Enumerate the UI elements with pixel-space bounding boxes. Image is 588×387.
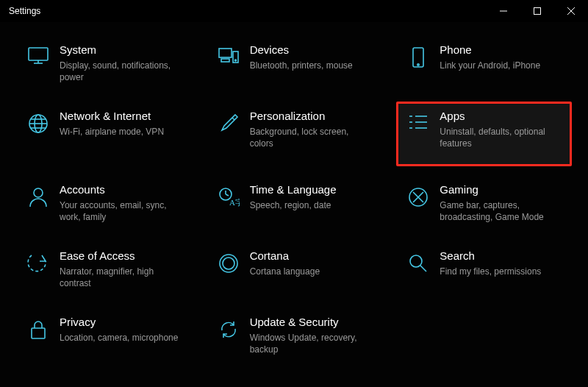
window-controls	[487, 0, 588, 22]
phone-icon	[400, 43, 437, 68]
category-desc: Background, lock screen, colors	[250, 126, 373, 149]
paintbrush-icon	[210, 110, 247, 133]
category-desc: Windows Update, recovery, backup	[250, 332, 373, 355]
svg-point-33	[410, 255, 422, 267]
category-desc: Game bar, captures, broadcasting, Game M…	[440, 199, 562, 223]
svg-point-32	[223, 258, 234, 269]
category-title: Ease of Access	[60, 249, 182, 263]
category-gaming[interactable]: Gaming Game bar, captures, broadcasting,…	[396, 175, 572, 232]
svg-rect-7	[219, 49, 232, 57]
time-language-icon: A字	[210, 183, 247, 208]
category-desc: Find my files, permissions	[440, 266, 562, 277]
svg-point-25	[34, 188, 43, 197]
category-cortana[interactable]: Cortana Cortana language	[207, 241, 382, 299]
category-network[interactable]: Network & Internet Wi-Fi, airplane mode,…	[16, 102, 192, 166]
person-icon	[20, 183, 57, 208]
update-icon	[210, 316, 247, 341]
category-title: Apps	[440, 110, 562, 124]
category-phone[interactable]: Phone Link your Android, iPhone	[396, 35, 572, 93]
close-button[interactable]	[554, 0, 588, 22]
system-icon	[20, 43, 57, 65]
category-search[interactable]: Search Find my files, permissions	[396, 241, 572, 299]
lock-icon	[20, 316, 57, 341]
category-ease-of-access[interactable]: Ease of Access Narrator, magnifier, high…	[16, 241, 192, 299]
category-desc: Your accounts, email, sync, work, family	[60, 199, 182, 223]
svg-rect-4	[29, 48, 48, 60]
svg-rect-35	[32, 328, 45, 338]
category-personalization[interactable]: Personalization Background, lock screen,…	[207, 102, 382, 166]
globe-icon	[20, 110, 57, 135]
svg-point-12	[417, 64, 419, 65]
category-title: Network & Internet	[60, 110, 182, 124]
search-icon	[400, 249, 437, 274]
category-desc: Bluetooth, printers, mouse	[250, 60, 373, 71]
svg-text:A字: A字	[229, 198, 240, 207]
xbox-icon	[400, 183, 437, 208]
category-title: Cortana	[250, 249, 373, 263]
category-title: Phone	[440, 43, 562, 57]
category-desc: Wi-Fi, airplane mode, VPN	[60, 126, 182, 138]
category-desc: Narrator, magnifier, high contrast	[60, 266, 182, 289]
category-system[interactable]: System Display, sound, notifications, po…	[16, 35, 192, 93]
minimize-button[interactable]	[487, 0, 520, 22]
category-title: Accounts	[60, 183, 182, 197]
ease-of-access-icon	[20, 249, 57, 274]
category-title: Devices	[250, 43, 373, 57]
category-title: System	[60, 43, 182, 57]
category-desc: Cortana language	[250, 266, 373, 277]
titlebar: Settings	[0, 0, 588, 22]
category-desc: Speech, region, date	[250, 199, 373, 211]
settings-grid: System Display, sound, notifications, po…	[16, 35, 572, 365]
devices-icon	[210, 43, 247, 65]
category-desc: Display, sound, notifications, power	[60, 60, 182, 83]
category-desc: Link your Android, iPhone	[440, 60, 562, 71]
svg-line-28	[226, 194, 229, 196]
settings-home: System Display, sound, notifications, po…	[0, 22, 588, 365]
apps-list-icon	[400, 110, 437, 132]
category-title: Update & Security	[250, 316, 373, 330]
category-desc: Location, camera, microphone	[60, 332, 182, 344]
category-title: Gaming	[440, 183, 562, 197]
empty-cell	[396, 308, 572, 365]
cortana-icon	[210, 249, 247, 274]
category-title: Search	[440, 249, 562, 263]
svg-point-10	[234, 60, 236, 61]
category-apps[interactable]: Apps Uninstall, defaults, optional featu…	[396, 102, 572, 166]
category-desc: Uninstall, defaults, optional features	[440, 126, 562, 149]
category-accounts[interactable]: Accounts Your accounts, email, sync, wor…	[16, 175, 192, 232]
svg-rect-8	[221, 59, 229, 62]
svg-rect-1	[534, 8, 541, 15]
svg-line-34	[420, 266, 426, 271]
window-title: Settings	[9, 6, 40, 16]
category-devices[interactable]: Devices Bluetooth, printers, mouse	[207, 35, 382, 93]
svg-line-18	[232, 118, 234, 120]
category-title: Privacy	[60, 316, 182, 330]
category-time-language[interactable]: A字 Time & Language Speech, region, date	[207, 175, 382, 232]
category-title: Personalization	[250, 110, 373, 124]
category-privacy[interactable]: Privacy Location, camera, microphone	[16, 308, 192, 365]
maximize-button[interactable]	[520, 0, 554, 22]
category-update-security[interactable]: Update & Security Windows Update, recove…	[207, 308, 382, 365]
category-title: Time & Language	[250, 183, 373, 197]
